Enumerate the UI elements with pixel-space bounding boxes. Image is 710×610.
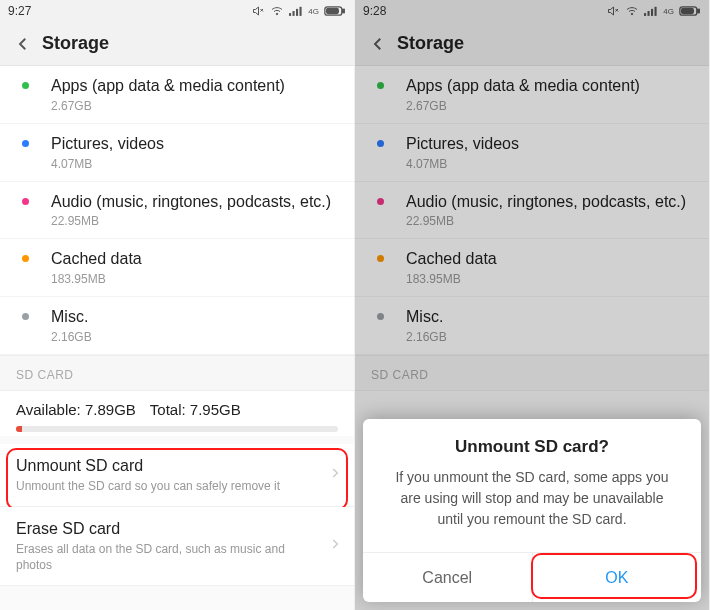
list-item[interactable]: Pictures, videos 4.07MB [355, 124, 709, 182]
svg-rect-13 [644, 13, 646, 16]
network-label: 4G [308, 7, 319, 16]
category-dot-icon [377, 140, 384, 147]
list-item[interactable]: Apps (app data & media content) 2.67GB [0, 66, 354, 124]
sd-usage-bar [16, 426, 338, 432]
status-time: 9:27 [8, 4, 31, 18]
page-title: Storage [42, 33, 109, 54]
chevron-left-icon [14, 35, 32, 53]
list-item[interactable]: Cached data 183.95MB [0, 239, 354, 297]
svg-rect-9 [327, 8, 339, 13]
mute-icon [606, 5, 620, 17]
item-title: Apps (app data & media content) [51, 76, 340, 97]
unmount-sd-button[interactable]: Unmount SD card Unmount the SD card so y… [0, 444, 354, 507]
status-bar: 9:27 4G [0, 0, 354, 22]
list-item[interactable]: Misc. 2.16GB [0, 297, 354, 355]
item-title: Audio (music, ringtones, podcasts, etc.) [51, 192, 340, 213]
signal-icon [289, 5, 303, 17]
network-label: 4G [663, 7, 674, 16]
item-title: Cached data [51, 249, 340, 270]
item-size: 22.95MB [406, 214, 695, 228]
list-item[interactable]: Pictures, videos 4.07MB [0, 124, 354, 182]
back-button[interactable] [10, 31, 36, 57]
item-size: 2.16GB [51, 330, 340, 344]
category-dot-icon [22, 255, 29, 262]
status-time: 9:28 [363, 4, 386, 18]
action-title: Unmount SD card [16, 456, 318, 477]
item-size: 4.07MB [406, 157, 695, 171]
chevron-right-icon [328, 537, 342, 555]
wifi-icon [270, 5, 284, 17]
battery-icon [324, 5, 346, 17]
chevron-right-icon [328, 466, 342, 484]
svg-rect-16 [655, 7, 657, 16]
item-title: Audio (music, ringtones, podcasts, etc.) [406, 192, 695, 213]
action-desc: Erases all data on the SD card, such as … [16, 542, 318, 573]
item-title: Pictures, videos [51, 134, 340, 155]
sd-total: Total: 7.95GB [150, 401, 241, 418]
list-item[interactable]: Apps (app data & media content) 2.67GB [355, 66, 709, 124]
svg-point-2 [277, 13, 279, 15]
category-dot-icon [22, 313, 29, 320]
item-size: 4.07MB [51, 157, 340, 171]
status-bar: 9:28 4G [355, 0, 709, 22]
item-size: 183.95MB [406, 272, 695, 286]
battery-icon [679, 5, 701, 17]
wifi-icon [625, 5, 639, 17]
category-dot-icon [377, 255, 384, 262]
ok-button[interactable]: OK [532, 553, 702, 602]
svg-rect-14 [648, 11, 650, 16]
sd-section-header: SD CARD [355, 355, 709, 391]
svg-rect-3 [289, 13, 291, 16]
erase-sd-button[interactable]: Erase SD card Erases all data on the SD … [0, 507, 354, 586]
item-size: 183.95MB [51, 272, 340, 286]
category-dot-icon [377, 313, 384, 320]
dialog-title: Unmount SD card? [363, 419, 701, 467]
list-item[interactable]: Misc. 2.16GB [355, 297, 709, 355]
action-desc: Unmount the SD card so you can safely re… [16, 479, 318, 495]
list-item[interactable]: Audio (music, ringtones, podcasts, etc.)… [355, 182, 709, 240]
sd-section-header: SD CARD [0, 355, 354, 391]
signal-icon [644, 5, 658, 17]
item-title: Cached data [406, 249, 695, 270]
category-dot-icon [22, 82, 29, 89]
storage-list: Apps (app data & media content) 2.67GB P… [355, 66, 709, 355]
back-button[interactable] [365, 31, 391, 57]
sd-stats: Available: 7.89GB Total: 7.95GB [0, 391, 354, 436]
item-size: 22.95MB [51, 214, 340, 228]
phone-left: 9:27 4G Storage Apps (app data & media c… [0, 0, 355, 610]
mute-icon [251, 5, 265, 17]
category-dot-icon [377, 82, 384, 89]
category-dot-icon [22, 140, 29, 147]
list-item[interactable]: Audio (music, ringtones, podcasts, etc.)… [0, 182, 354, 240]
item-title: Apps (app data & media content) [406, 76, 695, 97]
category-dot-icon [377, 198, 384, 205]
status-icons: 4G [251, 5, 346, 17]
item-size: 2.67GB [51, 99, 340, 113]
page-title: Storage [397, 33, 464, 54]
list-item[interactable]: Cached data 183.95MB [355, 239, 709, 297]
item-title: Pictures, videos [406, 134, 695, 155]
action-title: Erase SD card [16, 519, 318, 540]
item-size: 2.67GB [406, 99, 695, 113]
storage-list: Apps (app data & media content) 2.67GB P… [0, 66, 354, 355]
unmount-dialog: Unmount SD card? If you unmount the SD c… [363, 419, 701, 602]
category-dot-icon [22, 198, 29, 205]
svg-point-12 [632, 13, 634, 15]
chevron-left-icon [369, 35, 387, 53]
svg-rect-19 [682, 8, 694, 13]
cancel-button[interactable]: Cancel [363, 553, 532, 602]
phone-right: 9:28 4G Storage Apps (app data & media c… [355, 0, 710, 610]
item-title: Misc. [406, 307, 695, 328]
sd-available: Available: 7.89GB [16, 401, 136, 418]
item-title: Misc. [51, 307, 340, 328]
svg-rect-18 [698, 9, 700, 12]
svg-rect-6 [300, 7, 302, 16]
status-icons: 4G [606, 5, 701, 17]
item-size: 2.16GB [406, 330, 695, 344]
dialog-message: If you unmount the SD card, some apps yo… [363, 467, 701, 552]
svg-rect-8 [343, 9, 345, 12]
svg-rect-4 [293, 11, 295, 16]
dialog-buttons: Cancel OK [363, 552, 701, 602]
page-header: Storage [355, 22, 709, 66]
page-header: Storage [0, 22, 354, 66]
